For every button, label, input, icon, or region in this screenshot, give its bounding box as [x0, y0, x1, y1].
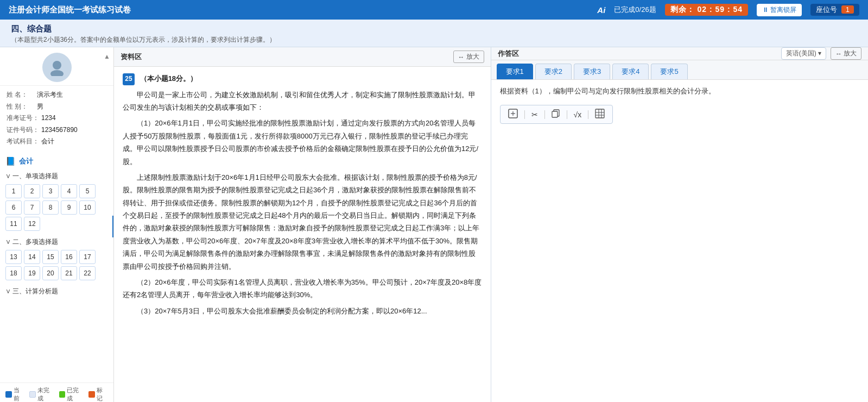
- student-gender: 男: [37, 101, 43, 113]
- q-btn-6[interactable]: 6: [5, 200, 22, 215]
- legend-marked: 标记: [88, 386, 108, 402]
- q-btn-19[interactable]: 19: [24, 266, 40, 280]
- q-btn-15[interactable]: 15: [42, 250, 59, 264]
- section-1-grid: 1 2 3 4 5 6 7 8 9 10 11 12: [0, 182, 113, 235]
- font-icon[interactable]: Ai: [597, 5, 605, 15]
- subject-nav[interactable]: 📘 会计: [0, 153, 113, 169]
- section-2-grid: 13 14 15 16 17 18 19 20 21 22: [0, 248, 113, 285]
- material-panel-header: 资料区 ↔ 放大: [114, 47, 491, 67]
- q-btn-3[interactable]: 3: [42, 184, 59, 198]
- q-btn-5[interactable]: 5: [79, 184, 96, 198]
- section-nav-1[interactable]: ∨ 一、单项选择题: [0, 169, 113, 182]
- material-panel-title: 资料区: [121, 52, 142, 62]
- copy-button[interactable]: [549, 108, 562, 121]
- q-btn-17[interactable]: 17: [79, 250, 96, 264]
- lang-label: 英语(美国) ▾: [786, 49, 821, 58]
- section-2-label: ∨ 二、多项选择题: [5, 237, 58, 247]
- q-btn-8[interactable]: 8: [42, 200, 59, 215]
- q-btn-18[interactable]: 18: [5, 266, 22, 280]
- legend-incomplete-dot: [29, 391, 36, 398]
- q-btn-12[interactable]: 12: [24, 217, 40, 231]
- exam-id-label: 准考证号：: [7, 112, 39, 124]
- subject-value: 会计: [41, 136, 54, 148]
- exam-id: 1234: [41, 112, 56, 124]
- answer-tabs: 要求1 要求2 要求3 要求4 要求5: [491, 60, 869, 80]
- q-btn-16[interactable]: 16: [61, 250, 77, 264]
- material-para-2: （1）20×6年1月1日，甲公司实施经批准的限制性股票激励计划，通过定向发行股票…: [123, 117, 482, 168]
- q-btn-9[interactable]: 9: [61, 200, 77, 215]
- collapse-button[interactable]: ▲: [104, 53, 110, 60]
- material-para-4: （2）20×6年度，甲公司实际有1名管理人员离职，营业收入增长率为35%。甲公司…: [123, 276, 482, 302]
- answer-zoom-button[interactable]: ↔ 放大: [831, 47, 861, 60]
- q-btn-13[interactable]: 13: [5, 250, 22, 264]
- q-btn-20[interactable]: 20: [42, 266, 59, 280]
- lang-select-button[interactable]: 英语(美国) ▾: [781, 47, 826, 60]
- answer-tab-2[interactable]: 要求2: [535, 64, 572, 79]
- sidebar-collapse-arrow[interactable]: ◀: [112, 216, 114, 237]
- timer-display: 剩余： 02 : 59 : 54: [665, 4, 749, 16]
- q-btn-10[interactable]: 10: [79, 200, 96, 215]
- header-controls: Ai 已完成0/26题 剩余： 02 : 59 : 54 ⏸ 暂离锁屏 座位号 …: [597, 4, 859, 16]
- seat-display: 座位号 1: [810, 4, 859, 16]
- avatar-area: ▲: [0, 47, 113, 86]
- cert-id: 1234567890: [41, 124, 78, 136]
- answer-panel: 作答区 英语(美国) ▾ ↔ 放大 要求1 要求2 要求3: [491, 47, 869, 402]
- answer-tab-5[interactable]: 要求5: [651, 64, 687, 79]
- legend-completed: 已完成: [59, 386, 85, 402]
- lock-screen-button[interactable]: ⏸ 暂离锁屏: [757, 4, 802, 16]
- material-panel: 资料区 ↔ 放大 25 （本小题18分。） 甲公司是一家上市公司，为建立长效激励…: [114, 47, 491, 402]
- section-nav-2[interactable]: ∨ 二、多项选择题: [0, 235, 113, 248]
- q-btn-21[interactable]: 21: [61, 266, 77, 280]
- exam-title: 注册会计师全国统一考试练习试卷: [9, 5, 131, 15]
- answer-tab-1[interactable]: 要求1: [497, 64, 533, 79]
- legend-current: 当前: [5, 386, 25, 402]
- svg-rect-7: [595, 109, 604, 118]
- editor-toolbar: ✂ √x: [500, 105, 613, 124]
- answer-panel-title: 作答区: [498, 49, 519, 59]
- table-button[interactable]: [593, 108, 607, 121]
- toolbar-sep-3: [567, 110, 567, 119]
- q-btn-7[interactable]: 7: [24, 200, 40, 215]
- legend-incomplete: 未完成: [29, 386, 55, 402]
- avatar: [42, 53, 72, 82]
- q-btn-1[interactable]: 1: [5, 184, 22, 198]
- student-name: 演示考生: [37, 89, 63, 101]
- q-btn-22[interactable]: 22: [79, 266, 96, 280]
- book-icon: 📘: [5, 156, 16, 166]
- legend-current-dot: [5, 391, 12, 398]
- answer-panel-header: 作答区 英语(美国) ▾ ↔ 放大: [491, 47, 869, 60]
- answer-body: 根据资料（1），编制甲公司与定向发行限制性股票相关的会计分录。 ✂: [491, 80, 869, 402]
- toolbar-sep-4: [588, 110, 588, 119]
- cert-label: 证件号码：: [7, 124, 39, 136]
- legend-area: 当前 未完成 已完成 标记: [0, 382, 113, 402]
- q-btn-4[interactable]: 4: [61, 184, 77, 198]
- answer-tab-3[interactable]: 要求3: [574, 64, 610, 79]
- section-nav-3[interactable]: ∨ 三、计算分析题: [0, 285, 113, 297]
- section-1-label: ∨ 一、单项选择题: [5, 172, 58, 181]
- formula-button[interactable]: [506, 108, 520, 121]
- progress-display: 已完成0/26题: [614, 5, 656, 15]
- zoom-icon: ↔: [458, 53, 465, 61]
- material-para-3: 上述限制性股票激励计划于20×6年1月1日经甲公司股东大会批准。根据该计划，限制…: [123, 171, 482, 273]
- svg-point-1: [50, 70, 64, 76]
- sidebar: ▲ 姓 名：演示考生 性 别：男 准考证号：1234 证件号码：12345678…: [0, 47, 114, 402]
- question-number-badge: 25: [123, 73, 135, 85]
- gender-label: 性 别：: [7, 101, 35, 113]
- section-desc: （本题型共2小题36分。答案中的金额单位以万元表示，涉及计算的，要求列出计算步骤…: [11, 35, 857, 45]
- font-control[interactable]: Ai: [597, 5, 605, 15]
- student-info: 姓 名：演示考生 性 别：男 准考证号：1234 证件号码：1234567890…: [0, 86, 113, 151]
- q-btn-11[interactable]: 11: [5, 217, 22, 231]
- material-para-5: （3）20×7年5月3日，甲公司股东大会批准薪酬委员会制定的利润分配方案，即以2…: [123, 305, 482, 317]
- q-btn-14[interactable]: 14: [24, 250, 40, 264]
- name-label: 姓 名：: [7, 89, 35, 101]
- cut-button[interactable]: ✂: [529, 109, 540, 120]
- sqrt-button[interactable]: √x: [572, 109, 584, 120]
- svg-point-0: [53, 61, 61, 70]
- section-title: 四、综合题: [11, 24, 857, 34]
- section-header: 四、综合题 （本题型共2小题36分。答案中的金额单位以万元表示，涉及计算的，要求…: [0, 20, 868, 47]
- question-25-header: 25 （本小题18分。）: [123, 72, 482, 85]
- q-btn-2[interactable]: 2: [24, 184, 40, 198]
- answer-tab-4[interactable]: 要求4: [612, 64, 649, 79]
- toolbar-sep-2: [544, 110, 545, 119]
- material-zoom-button[interactable]: ↔ 放大: [453, 51, 484, 63]
